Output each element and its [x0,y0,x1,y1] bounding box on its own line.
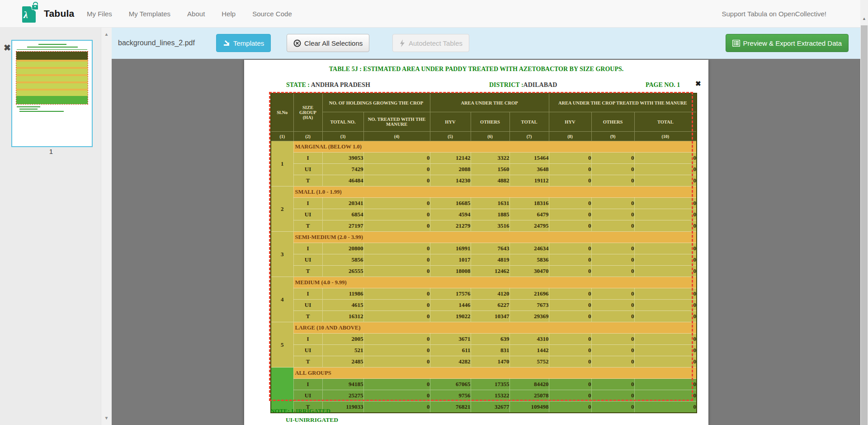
page-number-label: 1 [11,148,91,155]
nav-my-templates[interactable]: My Templates [129,10,170,18]
nav-my-files[interactable]: My Files [87,10,112,18]
window-scrollbar-thumb[interactable] [861,25,868,425]
clear-button-label: Clear All Selections [304,39,363,47]
thumb-note-line [19,109,38,110]
value-cell: 109498 [509,401,549,413]
current-filename: background_lines_2.pdf [118,27,195,59]
window-scrollbar[interactable]: ▲ [860,0,868,425]
pdf-header-line: STATE : ANDHRA PRADESH DISTRICT :ADILABA… [244,81,708,90]
brand[interactable]: λ Tabula [22,5,74,23]
export-button-label: Preview & Export Extracted Data [743,39,842,47]
templates-button[interactable]: Templates [216,34,271,52]
district-label: DISTRICT : [489,81,524,88]
value-cell: 32677 [471,401,509,413]
support-link[interactable]: Support Tabula on OpenCollective! [722,0,826,27]
pdf-note-1: NOTE: I-IRRIGATED [270,407,330,415]
remove-page-button[interactable]: ✖ [4,43,11,53]
window-scroll-up-icon[interactable]: ▲ [860,16,868,21]
nav-links: My Files My Templates About Help Source … [87,0,292,27]
clear-all-selections-button[interactable]: Clear All Selections [287,34,369,52]
navbar: λ Tabula My Files My Templates About Hel… [0,0,868,28]
selection-close-button[interactable]: ✖ [695,80,701,88]
nav-help[interactable]: Help [222,10,236,18]
preview-export-button[interactable]: Preview & Export Extracted Data [726,34,849,52]
sidebar-scrollbar[interactable]: ▲ ▼ [101,27,112,425]
value-cell: 76821 [430,401,471,413]
thumb-note-line [19,111,64,112]
thumb-all-groups-rows [16,96,88,104]
state-label: STATE : [286,81,310,88]
page-sidebar: ✖ 1 ▲ ▼ [0,27,112,425]
autodetect-tables-button: Autodetect Tables [392,34,469,52]
import-save-icon [223,39,230,47]
nav-about[interactable]: About [187,10,205,18]
table-list-icon [732,40,740,47]
district-value: ADILABAD [524,81,557,88]
autodetect-button-label: Autodetect Tables [409,39,462,47]
tabula-app: λ Tabula My Files My Templates About Hel… [0,0,868,425]
state-value: ANDHRA PRADESH [311,81,370,88]
pdf-page[interactable]: TABLE 5J : ESTIMATED AREA UNDER PADDY TR… [244,60,708,425]
lightning-bolt-icon [399,39,406,47]
thumb-state-line [17,49,87,50]
toolbar: background_lines_2.pdf Templates Clear A… [112,27,860,59]
table-row: T11903307682132677109498000 [271,401,697,413]
thumb-subtitle-line [27,47,78,48]
templates-button-label: Templates [233,39,264,47]
page-no-label: PAGE NO. 1 [646,81,680,89]
circle-x-icon [293,39,301,47]
value-cell: 0 [634,401,697,413]
thumb-note-line [17,106,40,107]
pdf-note-2: UI-UNIRRIGATED [286,416,338,424]
pdf-viewport: TABLE 5J : ESTIMATED AREA UNDER PADDY TR… [112,59,860,425]
value-cell: 0 [363,401,430,413]
value-cell: 0 [549,401,591,413]
value-cell: 0 [591,401,634,413]
table-selection-box[interactable] [269,92,693,401]
sidebar-scroll-up-icon[interactable]: ▲ [101,32,112,37]
page-thumbnail[interactable] [11,40,93,147]
brand-title: Tabula [44,8,74,19]
thumb-title-line [38,44,66,45]
sidebar-scroll-down-icon[interactable]: ▼ [101,415,112,420]
pdf-table-title: TABLE 5J : ESTIMATED AREA UNDER PADDY TR… [244,66,708,73]
nav-source-code[interactable]: Source Code [252,10,292,18]
tabula-logo-icon: λ [22,5,38,23]
